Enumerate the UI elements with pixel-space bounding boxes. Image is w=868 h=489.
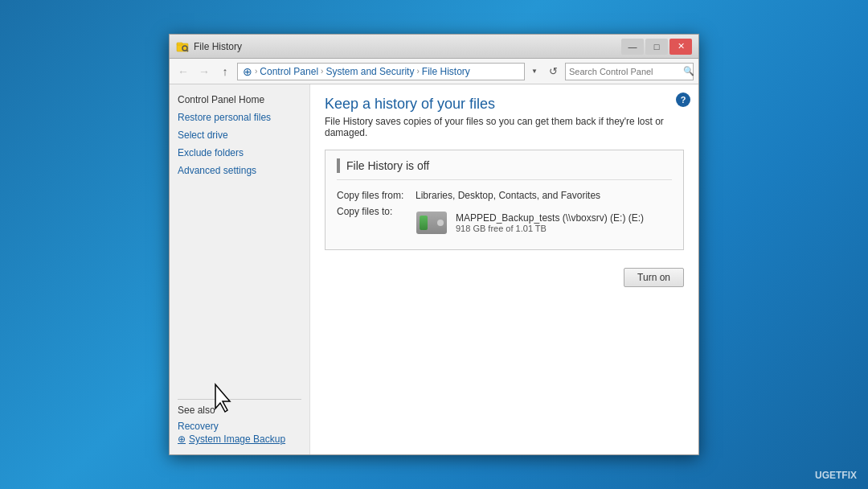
drive-row: MAPPED_Backup_tests (\\vboxsrv) (E:) (E:… xyxy=(416,209,644,236)
main-area: Control Panel Home Restore personal file… xyxy=(170,84,698,454)
sidebar: Control Panel Home Restore personal file… xyxy=(170,84,310,454)
see-also-section: See also Recovery ⊕ System Image Backup xyxy=(178,391,301,445)
breadcrumb-sep-1: › xyxy=(255,67,257,76)
breadcrumb-sep-3: › xyxy=(416,67,419,76)
copy-from-row: Copy files from: Libraries, Desktop, Con… xyxy=(337,190,672,201)
help-button[interactable]: ? xyxy=(676,92,690,107)
drive-icon xyxy=(416,209,448,236)
copy-from-label: Copy files from: xyxy=(337,190,409,201)
address-bar: ← → ↑ ⊕ › Control Panel › System and Sec… xyxy=(170,59,698,84)
address-dropdown-button[interactable]: ▼ xyxy=(528,63,541,80)
status-header: File History is off xyxy=(337,158,672,180)
status-title: File History is off xyxy=(346,159,429,172)
breadcrumb-sep-2: › xyxy=(321,67,323,76)
hdd-green-bar xyxy=(420,216,428,230)
drive-info: MAPPED_Backup_tests (\\vboxsrv) (E:) (E:… xyxy=(456,212,644,233)
sidebar-system-image-backup-link[interactable]: ⊕ System Image Backup xyxy=(178,434,301,445)
page-subtitle: File History saves copies of your files … xyxy=(325,116,684,138)
drive-name: MAPPED_Backup_tests (\\vboxsrv) (E:) (E:… xyxy=(456,212,644,224)
copy-to-row: Copy files to: MAPPED_Backup_tests (\\vb… xyxy=(337,206,672,236)
breadcrumb-systemsecurity[interactable]: System and Security xyxy=(326,66,414,77)
window-title: File History xyxy=(194,41,621,52)
hdd-circle xyxy=(437,220,444,226)
breadcrumb-controlpanel[interactable]: Control Panel xyxy=(260,66,318,77)
search-box: 🔍 xyxy=(565,63,694,80)
up-button[interactable]: ↑ xyxy=(216,63,234,80)
breadcrumb-filehistory[interactable]: File History xyxy=(422,66,470,77)
forward-button[interactable]: → xyxy=(195,63,213,80)
system-image-backup-label: System Image Backup xyxy=(189,434,285,445)
drive-size: 918 GB free of 1.01 TB xyxy=(456,224,644,233)
window-controls: — □ ✕ xyxy=(621,39,692,55)
minimize-button[interactable]: — xyxy=(621,39,644,55)
title-bar: File History — □ ✕ xyxy=(170,35,698,59)
sidebar-advanced-settings[interactable]: Advanced settings xyxy=(178,163,301,178)
system-image-icon: ⊕ xyxy=(178,434,186,445)
back-button[interactable]: ← xyxy=(174,63,192,80)
status-icon-bar xyxy=(337,158,340,173)
sidebar-restore-personal-files[interactable]: Restore personal files xyxy=(178,110,301,125)
ugetfix-badge: UGETFIX xyxy=(815,470,857,481)
close-button[interactable]: ✕ xyxy=(669,39,692,55)
refresh-button[interactable]: ↺ xyxy=(544,63,562,80)
breadcrumb: ⊕ › Control Panel › System and Security … xyxy=(237,63,525,80)
sidebar-recovery-link[interactable]: Recovery xyxy=(178,419,301,434)
search-input[interactable] xyxy=(569,67,680,76)
see-also-title: See also xyxy=(178,399,301,416)
content-area: ? Keep a history of your files File Hist… xyxy=(310,84,698,454)
status-box: File History is off Copy files from: Lib… xyxy=(325,150,684,250)
page-title: Keep a history of your files xyxy=(325,96,684,113)
window-icon xyxy=(176,40,189,53)
hdd-icon xyxy=(416,212,447,234)
copy-to-label: Copy files to: xyxy=(337,206,409,236)
svg-rect-1 xyxy=(177,43,182,45)
search-icon: 🔍 xyxy=(683,66,694,76)
file-history-window: File History — □ ✕ ← → ↑ ⊕ › Control Pan… xyxy=(169,34,699,455)
turn-on-button[interactable]: Turn on xyxy=(624,268,684,287)
sidebar-exclude-folders[interactable]: Exclude folders xyxy=(178,146,301,160)
sidebar-home: Control Panel Home xyxy=(178,94,301,105)
copy-from-value: Libraries, Desktop, Contacts, and Favori… xyxy=(416,190,600,201)
breadcrumb-globe-icon: ⊕ xyxy=(243,65,252,78)
sidebar-select-drive[interactable]: Select drive xyxy=(178,128,301,142)
maximize-button[interactable]: □ xyxy=(645,39,668,55)
